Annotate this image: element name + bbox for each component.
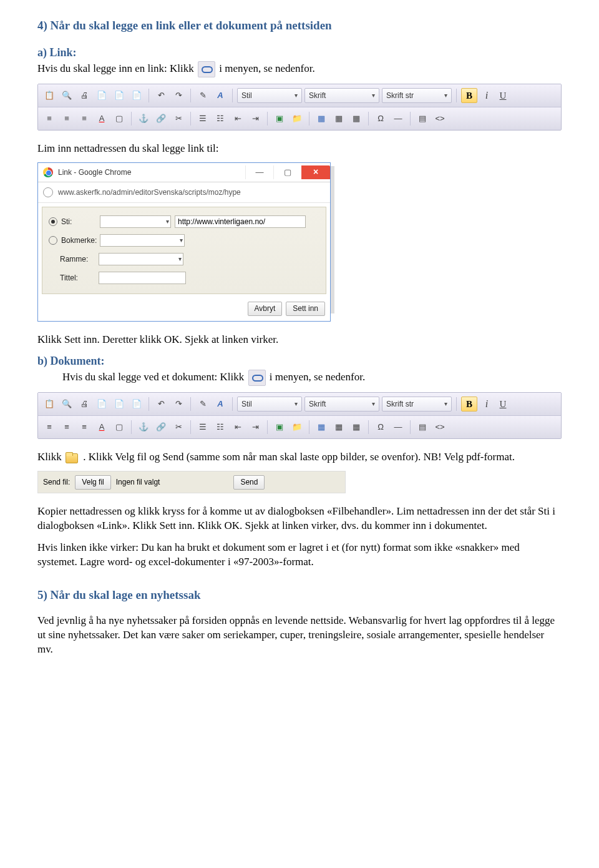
source-icon[interactable]: <> (432, 111, 447, 126)
remove-link-icon[interactable]: ✂ (171, 111, 186, 126)
highlight-color-icon[interactable]: ▢ (112, 420, 127, 435)
table-icon[interactable]: ▦ (314, 111, 329, 126)
minimize-button[interactable]: — (245, 165, 273, 179)
align-left-icon[interactable]: ≡ (42, 111, 57, 126)
clipboard-icon[interactable]: 📋 (42, 397, 57, 412)
anchor-icon[interactable]: ⚓ (136, 111, 151, 126)
format-painter-icon[interactable]: A (213, 397, 228, 412)
hr-icon[interactable]: — (391, 420, 406, 435)
align-right-icon[interactable]: ≡ (77, 111, 92, 126)
search-icon[interactable]: 🔍 (59, 397, 74, 412)
font-size-select[interactable]: Skrift str ▾ (382, 88, 452, 103)
dialog-body: Sti: ▾ Bokmerke: ▾ Ramme: ▾ Tittel: (42, 207, 326, 294)
maximize-button[interactable]: ▢ (273, 165, 301, 179)
sti-label: Sti: (61, 217, 96, 227)
paste-text-icon[interactable]: 📄 (129, 88, 144, 103)
insert-link-icon[interactable]: 🔗 (153, 420, 168, 435)
style-select[interactable]: Stil ▾ (237, 397, 302, 412)
avbryt-button[interactable]: Avbryt (248, 302, 283, 316)
bokmerke-select[interactable]: ▾ (100, 234, 185, 247)
insert-module-icon[interactable]: ▤ (415, 111, 430, 126)
dialog-title: Link - Google Chrome (58, 167, 245, 177)
remove-format-icon[interactable]: ✎ (195, 88, 210, 103)
highlight-color-icon[interactable]: ▢ (112, 111, 127, 126)
separator (190, 89, 191, 102)
style-select[interactable]: Stil ▾ (237, 88, 302, 103)
insert-link-icon[interactable]: 🔗 (153, 111, 168, 126)
globe-icon (43, 187, 53, 197)
sti-radio[interactable] (49, 217, 57, 226)
font-color-icon[interactable]: A (94, 111, 109, 126)
font-select[interactable]: Skrift ▾ (304, 88, 379, 103)
folder-icon[interactable]: 📁 (290, 111, 304, 126)
paste-text-icon[interactable]: 📄 (129, 397, 144, 412)
velg-fil-button[interactable]: Velg fil (75, 475, 110, 490)
table-props-icon[interactable]: ▦ (331, 111, 346, 126)
table-icon[interactable]: ▦ (314, 420, 329, 435)
search-icon[interactable]: 🔍 (59, 88, 74, 103)
underline-button[interactable]: U (496, 88, 510, 103)
align-left-icon[interactable]: ≡ (42, 420, 57, 435)
source-icon[interactable]: <> (432, 420, 447, 435)
format-painter-icon[interactable]: A (213, 88, 228, 103)
send-button[interactable]: Send (233, 475, 265, 490)
outdent-icon[interactable]: ⇤ (230, 420, 245, 435)
align-center-icon[interactable]: ≡ (59, 111, 74, 126)
outdent-icon[interactable]: ⇤ (230, 111, 245, 126)
tittel-label: Tittel: (60, 273, 95, 283)
font-select[interactable]: Skrift ▾ (304, 397, 379, 412)
undo-icon[interactable]: ↶ (153, 397, 168, 412)
section-5-text: Ved jevnlig å ha nye nyhetssaker på fors… (37, 614, 562, 657)
image-icon[interactable]: ▣ (272, 420, 287, 435)
separator (368, 112, 369, 126)
font-size-select-label: Skrift str (386, 399, 414, 409)
tittel-input[interactable] (99, 272, 186, 284)
font-size-select[interactable]: Skrift str ▾ (382, 397, 452, 412)
dialog-footer: Avbryt Sett inn (38, 298, 330, 321)
number-list-icon[interactable]: ☷ (213, 111, 228, 126)
hr-icon[interactable]: — (391, 111, 406, 126)
italic-button[interactable]: i (480, 88, 494, 103)
folder-icon[interactable]: 📁 (290, 420, 304, 435)
settinn-button[interactable]: Sett inn (286, 302, 325, 316)
subsection-b-heading: b) Dokument: (37, 353, 562, 368)
align-center-icon[interactable]: ≡ (59, 420, 74, 435)
image-icon[interactable]: ▣ (272, 111, 287, 126)
bold-button[interactable]: B (461, 88, 477, 103)
underline-button[interactable]: U (496, 397, 510, 412)
bold-button[interactable]: B (461, 397, 477, 412)
indent-icon[interactable]: ⇥ (248, 420, 263, 435)
italic-button[interactable]: i (480, 397, 494, 412)
redo-icon[interactable]: ↷ (171, 397, 186, 412)
font-color-icon[interactable]: A (94, 420, 109, 435)
indent-icon[interactable]: ⇥ (248, 111, 263, 126)
url-display[interactable] (57, 187, 325, 197)
ramme-select[interactable]: ▾ (99, 253, 183, 265)
clipboard-icon[interactable]: 📋 (42, 88, 57, 103)
insert-module-icon[interactable]: ▤ (415, 420, 430, 435)
sti-scheme-select[interactable]: ▾ (100, 215, 171, 228)
anchor-icon[interactable]: ⚓ (136, 420, 151, 435)
print-icon[interactable]: 🖨 (77, 397, 92, 412)
undo-icon[interactable]: ↶ (153, 88, 168, 103)
paste-word-icon[interactable]: 📄 (112, 88, 127, 103)
align-right-icon[interactable]: ≡ (77, 420, 92, 435)
special-char-icon[interactable]: Ω (373, 111, 388, 126)
paste-icon[interactable]: 📄 (94, 397, 109, 412)
remove-format-icon[interactable]: ✎ (195, 397, 210, 412)
paste-word-icon[interactable]: 📄 (112, 397, 127, 412)
bullet-list-icon[interactable]: ☰ (195, 111, 210, 126)
table-row-icon[interactable]: ▦ (349, 420, 364, 435)
bokmerke-radio[interactable] (49, 236, 57, 245)
special-char-icon[interactable]: Ω (373, 420, 388, 435)
paste-icon[interactable]: 📄 (94, 88, 109, 103)
table-props-icon[interactable]: ▦ (331, 420, 346, 435)
sti-input[interactable] (175, 215, 306, 228)
number-list-icon[interactable]: ☷ (213, 420, 228, 435)
print-icon[interactable]: 🖨 (77, 88, 92, 103)
remove-link-icon[interactable]: ✂ (171, 420, 186, 435)
bullet-list-icon[interactable]: ☰ (195, 420, 210, 435)
close-button[interactable]: × (301, 165, 330, 179)
redo-icon[interactable]: ↷ (171, 88, 186, 103)
table-row-icon[interactable]: ▦ (349, 111, 364, 126)
